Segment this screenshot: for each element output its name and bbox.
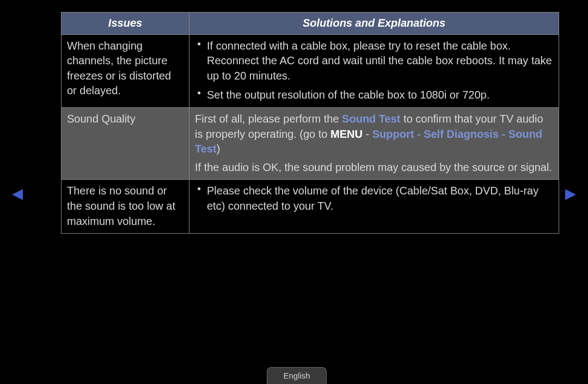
table-row: Sound Quality First of all, please perfo…	[62, 107, 559, 179]
table-row: There is no sound or the sound is too lo…	[62, 180, 559, 234]
bullet-item: Please check the volume of the device (C…	[195, 184, 553, 214]
menu-label: MENU	[330, 128, 363, 140]
solution-text: First of all, please perform the Sound T…	[195, 112, 553, 157]
troubleshooting-table-wrap: Issues Solutions and Explanations When c…	[61, 12, 559, 234]
table-header-row: Issues Solutions and Explanations	[62, 13, 559, 35]
issue-cell: When changing channels, the picture free…	[62, 34, 189, 107]
solution-cell: First of all, please perform the Sound T…	[189, 107, 559, 179]
solution-cell: If connected with a cable box, please tr…	[189, 34, 559, 107]
page: Issues Solutions and Explanations When c…	[0, 0, 588, 384]
table-row: When changing channels, the picture free…	[62, 34, 559, 107]
previous-page-arrow[interactable]: ◀	[12, 185, 23, 202]
text-fragment: )	[217, 143, 220, 155]
issue-cell: There is no sound or the sound is too lo…	[62, 180, 189, 234]
solution-text-line2: If the audio is OK, the sound problem ma…	[195, 160, 553, 175]
solution-cell: Please check the volume of the device (C…	[189, 180, 559, 234]
troubleshooting-table: Issues Solutions and Explanations When c…	[61, 12, 559, 234]
bullet-item: Set the output resolution of the cable b…	[195, 88, 553, 103]
issue-cell: Sound Quality	[62, 107, 189, 179]
bullet-item: If connected with a cable box, please tr…	[195, 39, 553, 84]
header-issues: Issues	[62, 13, 189, 35]
sound-test-label: Sound Test	[342, 113, 400, 125]
language-tab[interactable]: English	[267, 367, 327, 384]
header-solutions: Solutions and Explanations	[189, 13, 559, 35]
text-fragment: First of all, please perform the	[195, 113, 342, 125]
next-page-arrow[interactable]: ▶	[565, 185, 576, 202]
text-fragment: -	[363, 128, 372, 140]
